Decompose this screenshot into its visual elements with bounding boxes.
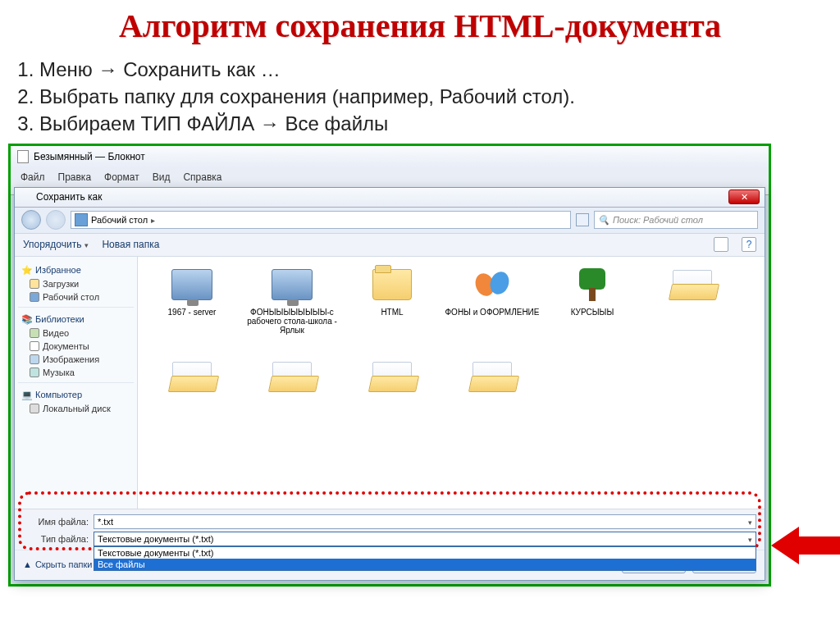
folder-icon — [372, 362, 412, 391]
folder-icon — [272, 362, 312, 391]
file-list[interactable]: 1967 - server ФОНЫЫЫЫЫЫЫЫ-с рабочего сто… — [138, 257, 765, 509]
sidebar: ⭐ Избранное Загрузки Рабочий стол 📚 Библ… — [15, 257, 138, 509]
back-button[interactable] — [21, 210, 41, 230]
dialog-titlebar: Сохранить как ✕ — [15, 188, 765, 208]
chevron-down-icon[interactable] — [745, 517, 752, 527]
sidebar-item-images[interactable]: Изображения — [18, 353, 134, 366]
dialog-title: Сохранить как — [36, 191, 102, 203]
forward-button[interactable] — [46, 210, 66, 230]
document-icon — [17, 150, 29, 163]
organize-menu[interactable]: Упорядочить — [23, 239, 89, 250]
file-item[interactable] — [143, 354, 241, 444]
dialog-icon — [20, 191, 31, 203]
chevron-down-icon — [745, 534, 752, 544]
steps-list: Меню → Сохранить как … Выбрать папку для… — [0, 57, 840, 144]
notepad-title: Безымянный — Блокнот — [34, 151, 145, 162]
step-item: Выбрать папку для сохранения (например, … — [39, 84, 827, 109]
desktop-icon — [30, 292, 39, 302]
menu-edit[interactable]: Правка — [53, 170, 97, 183]
save-as-dialog: Сохранить как ✕ Рабочий стол 🔍 Поиск: Ра… — [14, 187, 765, 581]
slide-title: Алгоритм сохранения HTML-документа — [0, 0, 840, 57]
filetype-option[interactable]: Текстовые документы (*.txt) — [94, 547, 756, 559]
computer-icon — [171, 269, 212, 300]
file-item[interactable] — [243, 354, 341, 444]
folder-icon — [30, 279, 39, 289]
folder-icon — [172, 362, 212, 391]
breadcrumb-separator-icon — [151, 215, 155, 225]
folder-icon — [372, 269, 412, 300]
sidebar-favorites-title[interactable]: ⭐ Избранное — [18, 262, 134, 277]
close-button[interactable]: ✕ — [728, 189, 760, 204]
file-item[interactable] — [343, 354, 441, 444]
sidebar-computer-title[interactable]: 💻 Компьютер — [18, 386, 134, 402]
filename-input[interactable]: *.txt — [94, 514, 756, 529]
step-item: Меню → Сохранить как … — [39, 57, 827, 82]
dialog-toolbar: Упорядочить Новая папка ? — [15, 234, 765, 257]
file-item[interactable]: ФОНЫЫЫЫЫЫЫЫ-с рабочего стола-школа - Ярл… — [243, 262, 341, 352]
screenshot-frame: Безымянный — Блокнот Файл Правка Формат … — [8, 144, 771, 587]
search-placeholder: Поиск: Рабочий стол — [613, 215, 703, 225]
help-icon[interactable]: ? — [742, 237, 756, 252]
filetype-option[interactable]: Все файлы — [94, 559, 756, 570]
notepad-titlebar: Безымянный — Блокнот — [11, 146, 769, 167]
filetype-label: Тип файла: — [23, 534, 89, 544]
sidebar-item-downloads[interactable]: Загрузки — [18, 277, 134, 290]
breadcrumb-text[interactable]: Рабочий стол — [91, 215, 148, 225]
folder-icon — [673, 270, 712, 299]
menu-file[interactable]: Файл — [16, 170, 50, 183]
sidebar-item-music[interactable]: Музыка — [18, 366, 134, 379]
hide-folders-link[interactable]: ▲ Скрыть папки — [23, 559, 92, 569]
desktop-icon — [75, 213, 88, 226]
computer-icon — [272, 269, 313, 300]
arrow-annotation — [771, 527, 840, 564]
menu-help[interactable]: Справка — [178, 170, 226, 183]
search-input[interactable]: 🔍 Поиск: Рабочий стол — [594, 211, 758, 229]
dialog-navbar: Рабочий стол 🔍 Поиск: Рабочий стол — [15, 208, 765, 234]
document-icon — [30, 341, 39, 351]
file-item[interactable]: 1967 - server — [143, 262, 241, 352]
step-item: Выбираем ТИП ФАЙЛА → Все файлы — [39, 111, 827, 136]
notepad-menubar[interactable]: Файл Правка Формат Вид Справка — [11, 167, 769, 185]
menu-format[interactable]: Формат — [99, 170, 144, 183]
new-folder-button[interactable]: Новая папка — [102, 239, 159, 250]
view-mode-icon[interactable] — [714, 237, 728, 252]
folder-icon — [472, 362, 512, 391]
dialog-body: ⭐ Избранное Загрузки Рабочий стол 📚 Библ… — [15, 257, 765, 509]
search-icon: 🔍 — [598, 215, 609, 226]
sidebar-item-video[interactable]: Видео — [18, 326, 134, 340]
filetype-options: Текстовые документы (*.txt) Все файлы — [94, 546, 756, 571]
breadcrumb[interactable]: Рабочий стол — [71, 211, 571, 229]
sidebar-libraries-title[interactable]: 📚 Библиотеки — [18, 311, 134, 326]
sidebar-item-localdisk[interactable]: Локальный диск — [18, 402, 134, 415]
filename-label: Имя файла: — [23, 517, 89, 527]
filetype-dropdown[interactable]: Текстовые документы (*.txt) Текстовые до… — [94, 532, 756, 546]
file-item[interactable]: КУРСЫЫЫ — [543, 262, 641, 352]
sidebar-item-desktop[interactable]: Рабочий стол — [18, 290, 134, 304]
video-icon — [30, 328, 39, 338]
tree-icon — [576, 268, 609, 301]
refresh-icon[interactable] — [576, 213, 589, 226]
sidebar-item-documents[interactable]: Документы — [18, 340, 134, 353]
butterfly-icon — [476, 268, 509, 301]
menu-view[interactable]: Вид — [148, 170, 176, 183]
filename-panel: Имя файла: *.txt Тип файла: Текстовые до… — [15, 509, 765, 550]
music-icon — [30, 368, 39, 377]
file-item[interactable]: HTML — [343, 262, 441, 352]
file-item[interactable] — [443, 354, 541, 444]
file-item[interactable]: ФОНЫ и ОФОРМЛЕНИЕ — [443, 262, 541, 352]
disk-icon — [30, 404, 39, 413]
image-icon — [30, 354, 39, 364]
file-item[interactable] — [643, 262, 742, 352]
